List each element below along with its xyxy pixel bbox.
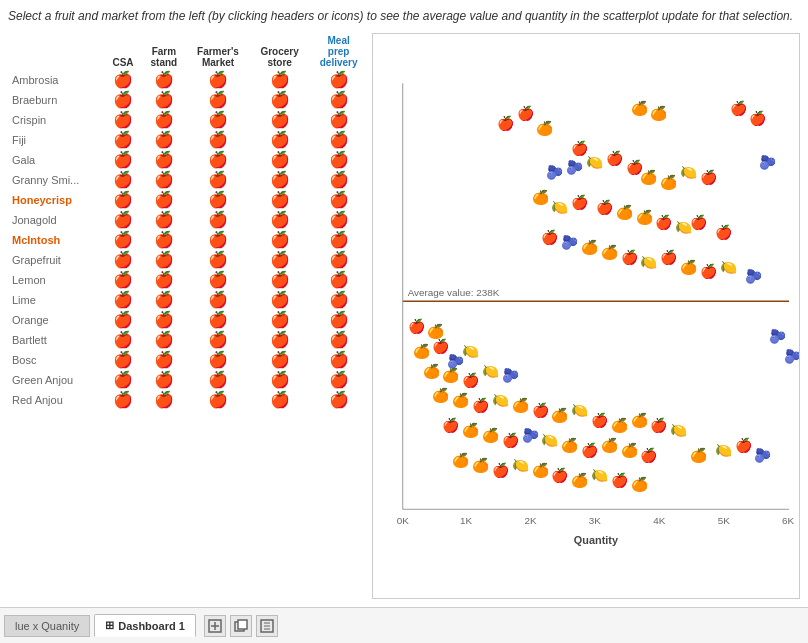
table-row[interactable]: McIntosh🍎🍎🍎🍎🍎 <box>8 230 368 250</box>
fruit-name[interactable]: Lime <box>8 290 104 310</box>
cell-farm[interactable]: 🍎 <box>142 330 186 350</box>
cell-grocery[interactable]: 🍎 <box>250 70 309 90</box>
cell-farm[interactable]: 🍎 <box>142 190 186 210</box>
col-header-farm[interactable]: Farmstand <box>142 33 186 70</box>
cell-farm[interactable]: 🍎 <box>142 150 186 170</box>
fruit-name[interactable]: Lemon <box>8 270 104 290</box>
cell-farm[interactable]: 🍎 <box>142 170 186 190</box>
cell-farmers[interactable]: 🍎 <box>186 210 250 230</box>
cell-farmers[interactable]: 🍎 <box>186 190 250 210</box>
fruit-name[interactable]: Ambrosia <box>8 70 104 90</box>
fruit-name[interactable]: Red Anjou <box>8 390 104 410</box>
cell-farmers[interactable]: 🍎 <box>186 150 250 170</box>
cell-farmers[interactable]: 🍎 <box>186 390 250 410</box>
table-row[interactable]: Gala🍎🍎🍎🍎🍎 <box>8 150 368 170</box>
cell-meal[interactable]: 🍎 <box>309 190 368 210</box>
cell-meal[interactable]: 🍎 <box>309 70 368 90</box>
cell-meal[interactable]: 🍎 <box>309 250 368 270</box>
cell-meal[interactable]: 🍎 <box>309 390 368 410</box>
table-row[interactable]: Green Anjou🍎🍎🍎🍎🍎 <box>8 370 368 390</box>
fruit-name[interactable]: Grapefruit <box>8 250 104 270</box>
cell-farm[interactable]: 🍎 <box>142 90 186 110</box>
cell-meal[interactable]: 🍎 <box>309 230 368 250</box>
cell-farmers[interactable]: 🍎 <box>186 70 250 90</box>
new-sheet-icon[interactable] <box>204 615 226 637</box>
cell-csa[interactable]: 🍎 <box>104 390 141 410</box>
cell-farmers[interactable]: 🍎 <box>186 330 250 350</box>
cell-farm[interactable]: 🍎 <box>142 110 186 130</box>
table-row[interactable]: Orange🍎🍎🍎🍎🍎 <box>8 310 368 330</box>
cell-grocery[interactable]: 🍎 <box>250 110 309 130</box>
cell-meal[interactable]: 🍎 <box>309 110 368 130</box>
cell-meal[interactable]: 🍎 <box>309 210 368 230</box>
cell-csa[interactable]: 🍎 <box>104 170 141 190</box>
fruit-name[interactable]: Granny Smi... <box>8 170 104 190</box>
cell-csa[interactable]: 🍎 <box>104 250 141 270</box>
fruit-name[interactable]: Jonagold <box>8 210 104 230</box>
fruit-name[interactable]: Bartlett <box>8 330 104 350</box>
fruit-name[interactable]: Honeycrisp <box>8 190 104 210</box>
cell-csa[interactable]: 🍎 <box>104 150 141 170</box>
duplicate-sheet-icon[interactable] <box>230 615 252 637</box>
col-header-csa[interactable]: CSA <box>104 33 141 70</box>
table-row[interactable]: Fiji🍎🍎🍎🍎🍎 <box>8 130 368 150</box>
cell-csa[interactable]: 🍎 <box>104 90 141 110</box>
fruit-name[interactable]: Gala <box>8 150 104 170</box>
cell-meal[interactable]: 🍎 <box>309 310 368 330</box>
table-row[interactable]: Braeburn🍎🍎🍎🍎🍎 <box>8 90 368 110</box>
table-row[interactable]: Bosc🍎🍎🍎🍎🍎 <box>8 350 368 370</box>
cell-grocery[interactable]: 🍎 <box>250 130 309 150</box>
cell-meal[interactable]: 🍎 <box>309 290 368 310</box>
cell-grocery[interactable]: 🍎 <box>250 290 309 310</box>
cell-csa[interactable]: 🍎 <box>104 210 141 230</box>
cell-farm[interactable]: 🍎 <box>142 390 186 410</box>
cell-farmers[interactable]: 🍎 <box>186 310 250 330</box>
cell-csa[interactable]: 🍎 <box>104 230 141 250</box>
cell-meal[interactable]: 🍎 <box>309 130 368 150</box>
cell-grocery[interactable]: 🍎 <box>250 270 309 290</box>
cell-meal[interactable]: 🍎 <box>309 270 368 290</box>
cell-csa[interactable]: 🍎 <box>104 190 141 210</box>
table-row[interactable]: Lime🍎🍎🍎🍎🍎 <box>8 290 368 310</box>
cell-farm[interactable]: 🍎 <box>142 310 186 330</box>
table-row[interactable]: Ambrosia🍎🍎🍎🍎🍎 <box>8 70 368 90</box>
cell-csa[interactable]: 🍎 <box>104 270 141 290</box>
table-row[interactable]: Jonagold🍎🍎🍎🍎🍎 <box>8 210 368 230</box>
cell-csa[interactable]: 🍎 <box>104 130 141 150</box>
cell-grocery[interactable]: 🍎 <box>250 230 309 250</box>
fruit-name[interactable]: Orange <box>8 310 104 330</box>
cell-grocery[interactable]: 🍎 <box>250 350 309 370</box>
tab-partial[interactable]: lue x Quanity <box>4 615 90 637</box>
cell-farmers[interactable]: 🍎 <box>186 230 250 250</box>
export-icon[interactable] <box>256 615 278 637</box>
cell-farm[interactable]: 🍎 <box>142 370 186 390</box>
cell-farm[interactable]: 🍎 <box>142 290 186 310</box>
cell-farm[interactable]: 🍎 <box>142 250 186 270</box>
cell-meal[interactable]: 🍎 <box>309 350 368 370</box>
cell-grocery[interactable]: 🍎 <box>250 170 309 190</box>
table-row[interactable]: Lemon🍎🍎🍎🍎🍎 <box>8 270 368 290</box>
table-row[interactable]: Honeycrisp🍎🍎🍎🍎🍎 <box>8 190 368 210</box>
cell-grocery[interactable]: 🍎 <box>250 190 309 210</box>
col-header-meal[interactable]: Mealprepdelivery <box>309 33 368 70</box>
table-row[interactable]: Red Anjou🍎🍎🍎🍎🍎 <box>8 390 368 410</box>
cell-farmers[interactable]: 🍎 <box>186 170 250 190</box>
cell-meal[interactable]: 🍎 <box>309 90 368 110</box>
cell-csa[interactable]: 🍎 <box>104 110 141 130</box>
cell-grocery[interactable]: 🍎 <box>250 370 309 390</box>
tab-dashboard1[interactable]: ⊞ Dashboard 1 <box>94 614 196 637</box>
cell-meal[interactable]: 🍎 <box>309 170 368 190</box>
cell-farm[interactable]: 🍎 <box>142 230 186 250</box>
cell-meal[interactable]: 🍎 <box>309 150 368 170</box>
cell-csa[interactable]: 🍎 <box>104 70 141 90</box>
fruit-name[interactable]: Bosc <box>8 350 104 370</box>
cell-farm[interactable]: 🍎 <box>142 270 186 290</box>
cell-farmers[interactable]: 🍎 <box>186 350 250 370</box>
cell-grocery[interactable]: 🍎 <box>250 210 309 230</box>
cell-grocery[interactable]: 🍎 <box>250 310 309 330</box>
table-row[interactable]: Crispin🍎🍎🍎🍎🍎 <box>8 110 368 130</box>
fruit-name[interactable]: Crispin <box>8 110 104 130</box>
cell-farmers[interactable]: 🍎 <box>186 130 250 150</box>
cell-csa[interactable]: 🍎 <box>104 290 141 310</box>
cell-farm[interactable]: 🍎 <box>142 130 186 150</box>
